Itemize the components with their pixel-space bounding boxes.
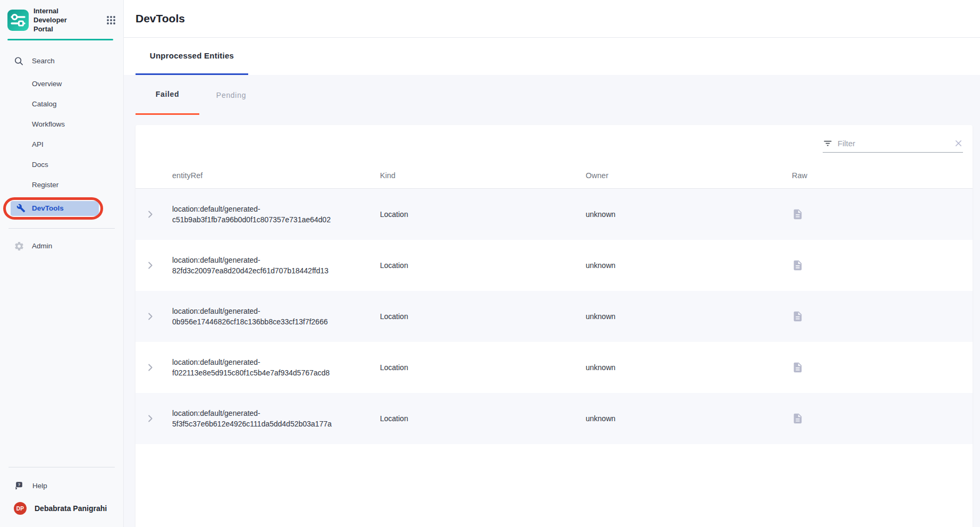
kind-value: Location — [380, 363, 586, 372]
sidebar-item-docs[interactable]: Docs — [0, 155, 123, 175]
table-toolbar — [136, 125, 973, 162]
sidebar-item-api[interactable]: API — [0, 135, 123, 155]
owner-value: unknown — [586, 261, 792, 270]
gear-icon — [14, 241, 24, 252]
entityref-value: location:default/generated-c51b9ab3f1fb7… — [172, 204, 356, 225]
kind-value: Location — [380, 414, 586, 423]
raw-document-icon[interactable] — [792, 208, 973, 220]
chevron-right-icon — [144, 208, 156, 220]
app-title: Internal Developer Portal — [33, 7, 86, 34]
brand-underline — [7, 39, 113, 40]
raw-document-icon[interactable] — [792, 413, 973, 424]
table-row: location:default/generated-f022113e8e5d9… — [136, 342, 973, 393]
sidebar-item-label: Admin — [32, 242, 52, 250]
apps-grid-icon[interactable] — [106, 15, 116, 25]
table-row: location:default/generated-0b956e1744682… — [136, 291, 973, 342]
entityref-value: location:default/generated-5f3f5c37e6b61… — [172, 408, 356, 430]
subtab-failed[interactable]: Failed — [136, 75, 199, 115]
main-content: DevTools Unprocessed Entities Failed Pen… — [124, 0, 980, 527]
user-menu[interactable]: DP Debabrata Panigrahi — [0, 496, 123, 521]
expand-row-button[interactable] — [136, 413, 164, 424]
tab-unprocessed-entities[interactable]: Unprocessed Entities — [136, 38, 248, 75]
kind-value: Location — [380, 261, 586, 270]
entityref-value: location:default/generated-f022113e8e5d9… — [172, 357, 356, 379]
sidebar-item-search[interactable]: Search — [0, 51, 123, 71]
page-title: DevTools — [136, 12, 185, 25]
search-icon — [14, 56, 24, 66]
sidebar-item-catalog[interactable]: Catalog — [0, 94, 123, 114]
chevron-right-icon — [144, 413, 156, 424]
raw-document-icon[interactable] — [792, 311, 973, 322]
owner-value: unknown — [586, 363, 792, 372]
chevron-right-icon — [144, 260, 156, 271]
help-icon: ? — [14, 480, 24, 491]
table-body: location:default/generated-c51b9ab3f1fb7… — [136, 189, 973, 444]
clear-filter-icon[interactable] — [954, 139, 963, 148]
column-header-owner[interactable]: Owner — [586, 171, 792, 180]
sidebar-item-overview[interactable]: Overview — [0, 74, 123, 94]
column-header-entityref[interactable]: entityRef — [164, 171, 380, 180]
wrench-icon — [16, 204, 26, 213]
sidebar-item-label: Search — [32, 57, 55, 65]
filter-list-icon — [823, 138, 833, 148]
sidebar-divider — [9, 467, 115, 467]
raw-document-icon[interactable] — [792, 260, 973, 271]
svg-text:?: ? — [18, 482, 21, 487]
column-header-kind[interactable]: Kind — [380, 171, 586, 180]
owner-value: unknown — [586, 210, 792, 219]
table-row: location:default/generated-82fd3c20097ea… — [136, 240, 973, 291]
sidebar-item-label: Docs — [32, 161, 48, 169]
sidebar-divider — [9, 228, 115, 229]
table-row: location:default/generated-c51b9ab3f1fb7… — [136, 189, 973, 240]
sidebar-item-label: Workflows — [32, 120, 65, 128]
owner-value: unknown — [586, 312, 792, 321]
sidebar-item-register[interactable]: Register — [0, 175, 123, 195]
tab-bar: Unprocessed Entities — [124, 38, 980, 75]
sidebar-item-label: API — [32, 140, 44, 148]
page-header: DevTools — [124, 0, 980, 38]
chevron-right-icon — [144, 362, 156, 373]
avatar: DP — [14, 502, 27, 515]
expand-row-button[interactable] — [136, 362, 164, 373]
sidebar: Internal Developer Portal Search Overvie… — [0, 0, 124, 527]
sidebar-item-label: Catalog — [32, 100, 57, 108]
kind-value: Location — [380, 210, 586, 219]
entities-table-card: entityRef Kind Owner Raw location:defaul… — [136, 125, 973, 527]
sidebar-item-label: Register — [32, 181, 58, 189]
raw-document-icon[interactable] — [792, 362, 973, 373]
table-header-row: entityRef Kind Owner Raw — [136, 162, 973, 189]
sidebar-item-devtools-wrap: DevTools — [0, 196, 123, 221]
sidebar-header: Internal Developer Portal — [0, 0, 123, 34]
expand-row-button[interactable] — [136, 208, 164, 220]
entityref-value: location:default/generated-0b956e1744682… — [172, 306, 356, 328]
sidebar-item-label: DevTools — [32, 204, 64, 212]
app-logo-icon — [7, 10, 29, 31]
expand-row-button[interactable] — [136, 260, 164, 271]
sidebar-item-admin[interactable]: Admin — [0, 236, 123, 256]
entityref-value: location:default/generated-82fd3c20097ea… — [172, 255, 356, 277]
column-header-raw[interactable]: Raw — [792, 171, 973, 180]
help-label: Help — [32, 482, 47, 490]
sidebar-item-help[interactable]: ? Help — [0, 475, 123, 496]
user-name: Debabrata Panigrahi — [35, 504, 107, 513]
filter-field — [823, 136, 963, 153]
sidebar-footer: ? Help DP Debabrata Panigrahi — [0, 459, 123, 527]
subtab-bar: Failed Pending — [124, 75, 980, 115]
chevron-right-icon — [144, 311, 156, 322]
owner-value: unknown — [586, 414, 792, 423]
sidebar-item-label: Overview — [32, 80, 62, 88]
sidebar-nav: Search Overview Catalog Workflows API Do… — [0, 51, 123, 256]
table-row: location:default/generated-5f3f5c37e6b61… — [136, 393, 973, 444]
sidebar-item-devtools[interactable]: DevTools — [11, 201, 99, 216]
kind-value: Location — [380, 312, 586, 321]
sidebar-item-workflows[interactable]: Workflows — [0, 114, 123, 135]
subtab-pending[interactable]: Pending — [199, 75, 263, 115]
expand-row-button[interactable] — [136, 311, 164, 322]
filter-input[interactable] — [838, 139, 949, 148]
